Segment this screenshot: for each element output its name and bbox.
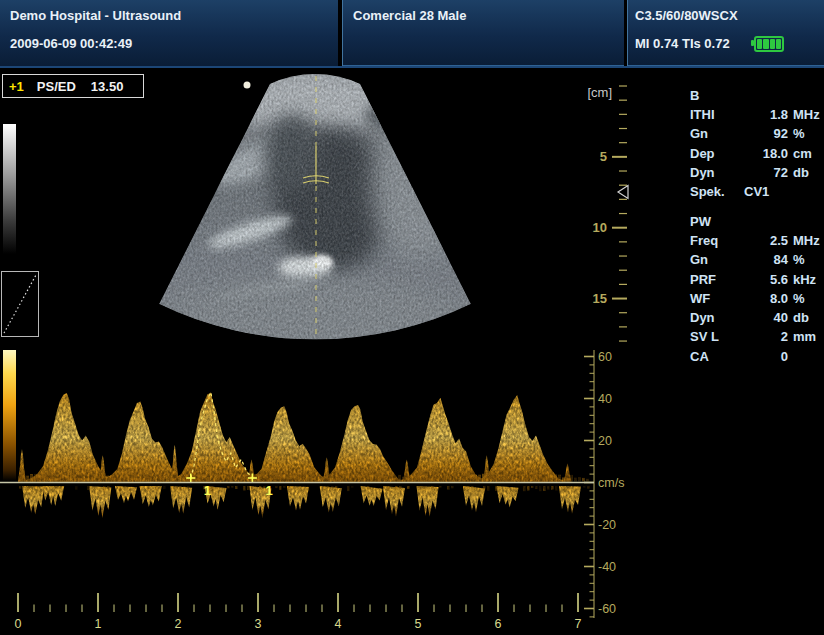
param-text: Gn xyxy=(690,250,744,269)
pw-params-panel: PW Freq2.5MHzGn84%PRF5.6kHzWF8.0%Dyn40db… xyxy=(690,212,822,366)
param-row: PRF5.6kHz xyxy=(690,270,822,289)
param-text: 92 xyxy=(744,124,788,143)
battery-icon xyxy=(754,36,784,52)
param-text: ITHI xyxy=(690,105,744,124)
svg-text:0: 0 xyxy=(15,617,22,631)
param-text: SV L xyxy=(690,327,744,346)
param-text xyxy=(788,347,822,366)
probe-preset: C3.5/60/80WSCX xyxy=(635,8,738,23)
param-text: 1.8 xyxy=(744,105,788,124)
param-text: WF xyxy=(690,289,744,308)
param-text xyxy=(788,182,822,201)
param-text: % xyxy=(788,250,822,269)
param-text: 84 xyxy=(744,250,788,269)
header-bar: Demo Hospital - Ultrasound 2009-06-09 00… xyxy=(0,0,824,68)
patient-info: Comercial 28 Male xyxy=(353,8,466,23)
param-text: % xyxy=(788,124,822,143)
param-row: Spek.CV1 xyxy=(690,182,822,201)
depth-ruler: [cm]51015 xyxy=(587,85,627,341)
param-text: Freq xyxy=(690,231,744,250)
param-row: Dep18.0cm xyxy=(690,144,822,163)
output-indices: MI 0.74 TIs 0.72 xyxy=(635,36,730,51)
focus-marker[interactable] xyxy=(618,186,628,199)
param-text: CA xyxy=(690,347,744,366)
param-text: 40 xyxy=(744,308,788,327)
sector-image xyxy=(150,68,480,350)
svg-text:[cm]: [cm] xyxy=(587,85,612,100)
svg-text:4: 4 xyxy=(335,617,342,631)
param-row: SV L2mm xyxy=(690,327,822,346)
param-text: db xyxy=(788,163,822,182)
svg-text:6: 6 xyxy=(495,617,502,631)
param-text: 72 xyxy=(744,163,788,182)
svg-text:-20: -20 xyxy=(598,518,616,532)
svg-text:2: 2 xyxy=(175,617,182,631)
param-text: Gn xyxy=(690,124,744,143)
probe-orientation-dot xyxy=(244,82,251,89)
svg-text:-40: -40 xyxy=(598,560,616,574)
param-row: Dyn72db xyxy=(690,163,822,182)
param-row: WF8.0% xyxy=(690,289,822,308)
param-row: Gn92% xyxy=(690,124,822,143)
svg-text:-60: -60 xyxy=(598,602,616,616)
param-text: Spek. xyxy=(690,182,744,201)
param-text: 5.6 xyxy=(744,270,788,289)
svg-text:40: 40 xyxy=(598,392,612,406)
param-text: 18.0 xyxy=(744,144,788,163)
bmode-params-panel: B ITHI1.8MHzGn92%Dep18.0cmDyn72dbSpek.CV… xyxy=(690,86,822,201)
pw-params-title: PW xyxy=(690,212,822,231)
header-section-patient: Comercial 28 Male xyxy=(342,0,624,66)
param-text: Dyn xyxy=(690,163,744,182)
svg-text:1: 1 xyxy=(95,617,102,631)
param-text: 0 xyxy=(744,347,788,366)
param-row: Dyn40db xyxy=(690,308,822,327)
svg-text:cm/s: cm/s xyxy=(598,476,624,490)
param-text: mm xyxy=(788,327,822,346)
param-row: ITHI1.8MHz xyxy=(690,105,822,124)
param-text: Dep xyxy=(690,144,744,163)
exam-datetime: 2009-06-09 00:42:49 xyxy=(10,36,132,51)
param-text: db xyxy=(788,308,822,327)
ultrasound-screen: Demo Hospital - Ultrasound 2009-06-09 00… xyxy=(0,0,824,635)
svg-text:3: 3 xyxy=(255,617,262,631)
svg-text:7: 7 xyxy=(575,617,582,631)
svg-text:1: 1 xyxy=(265,483,272,498)
bmode-params-title: B xyxy=(690,86,822,105)
svg-text:5: 5 xyxy=(415,617,422,631)
svg-text:1: 1 xyxy=(204,483,211,498)
bmode-image[interactable]: [cm]51015 xyxy=(0,68,660,350)
param-text: 2.5 xyxy=(744,231,788,250)
header-section-probe: C3.5/60/80WSCX MI 0.74 TIs 0.72 xyxy=(627,0,824,66)
svg-text:10: 10 xyxy=(593,220,607,235)
spectral-display[interactable]: 11 604020cm/s-20-40-60 01234567 xyxy=(0,330,824,635)
svg-text:60: 60 xyxy=(598,350,612,364)
header-section-hospital: Demo Hospital - Ultrasound 2009-06-09 00… xyxy=(0,0,338,66)
svg-text:20: 20 xyxy=(598,434,612,448)
param-text: CV1 xyxy=(744,182,788,201)
param-row: CA0 xyxy=(690,347,822,366)
param-text: Dyn xyxy=(690,308,744,327)
param-text: PRF xyxy=(690,270,744,289)
param-text: cm xyxy=(788,144,822,163)
svg-text:5: 5 xyxy=(600,149,607,164)
param-text: kHz xyxy=(788,270,822,289)
param-row: Freq2.5MHz xyxy=(690,231,822,250)
param-row: Gn84% xyxy=(690,250,822,269)
hospital-name: Demo Hospital - Ultrasound xyxy=(10,8,181,23)
param-text: % xyxy=(788,289,822,308)
svg-text:15: 15 xyxy=(593,291,607,306)
param-text: 2 xyxy=(744,327,788,346)
param-text: 8.0 xyxy=(744,289,788,308)
param-text: MHz xyxy=(788,231,822,250)
param-text: MHz xyxy=(788,105,822,124)
